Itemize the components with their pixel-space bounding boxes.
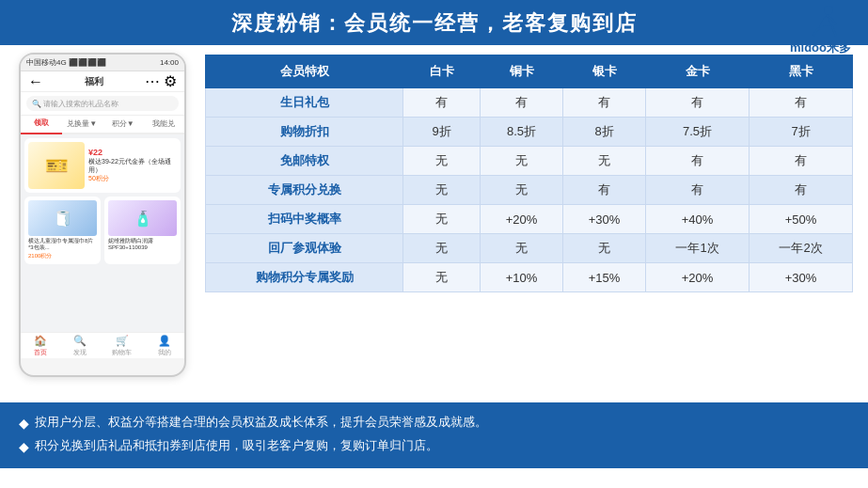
- table-row: 购物折扣9折8.5折8折7.5折7折: [206, 118, 853, 147]
- cell-value: 8折: [563, 118, 646, 147]
- footer: ◆ 按用户分层、权益分等搭建合理的会员权益及成长体系，提升会员荣誉感及成就感。 …: [0, 402, 868, 468]
- cell-value: 7.5折: [646, 118, 750, 147]
- cell-value: 有: [403, 88, 481, 118]
- cell-value: 无: [481, 234, 563, 263]
- cell-value: 8.5折: [481, 118, 563, 147]
- bullet-icon-2: ◆: [19, 436, 29, 459]
- phone-back-icon: ←: [28, 73, 43, 90]
- phone-nav-discover-label: 发现: [73, 348, 87, 357]
- phone-nav-cart[interactable]: 🛒 购物车: [112, 335, 132, 357]
- cell-value: 有: [646, 176, 750, 205]
- phone-card-title-1: 横达儿童湿巾专属湿巾8片*3包装...: [28, 238, 97, 251]
- cell-value: +20%: [481, 205, 563, 234]
- discover-icon: 🔍: [73, 335, 87, 347]
- phone-card-points-1: 2100积分: [28, 252, 97, 260]
- phone-tab-duihuan[interactable]: 兑换量▼: [62, 115, 103, 134]
- col-header-silver: 银卡: [563, 55, 646, 88]
- cell-feature: 购物折扣: [206, 118, 403, 147]
- cell-value: 无: [403, 147, 481, 176]
- cell-value: 无: [403, 263, 481, 292]
- phone-nav-profile[interactable]: 👤 我的: [158, 335, 171, 357]
- logo-text: midoo米多: [790, 39, 851, 56]
- phone-nav-cart-label: 购物车: [112, 348, 132, 357]
- cell-value: 无: [403, 176, 481, 205]
- footer-item-1: ◆ 按用户分层、权益分等搭建合理的会员权益及成长体系，提升会员荣誉感及成就感。: [19, 412, 849, 435]
- cell-value: +30%: [563, 205, 646, 234]
- table-row: 扫码中奖概率无+20%+30%+40%+50%: [206, 205, 853, 234]
- col-header-copper: 铜卡: [481, 55, 563, 88]
- cell-value: 有: [563, 88, 646, 118]
- main-content: 中国移动4G ⬛⬛⬛⬛ 14:00 ← 福利 ⋯ ⚙ 🔍 请输入搜索的礼品名称 …: [0, 45, 868, 402]
- phone-nav-profile-label: 我的: [158, 348, 171, 357]
- cell-value: +30%: [750, 263, 853, 292]
- home-icon: 🏠: [34, 335, 47, 347]
- cell-value: +15%: [563, 263, 646, 292]
- phone-area: 中国移动4G ⬛⬛⬛⬛ 14:00 ← 福利 ⋯ ⚙ 🔍 请输入搜索的礼品名称 …: [0, 45, 197, 402]
- cell-value: 一年2次: [750, 234, 853, 263]
- cell-value: 7折: [750, 118, 853, 147]
- footer-text-1: 按用户分层、权益分等搭建合理的会员权益及成长体系，提升会员荣誉感及成就感。: [35, 412, 487, 433]
- phone-featured-points: 50积分: [88, 174, 177, 183]
- phone-featured-card: 🎫 ¥22 横达39-22元代金券（全场通用） 50积分: [24, 138, 181, 193]
- phone-tabs: 领取 兑换量▼ 积分▼ 我能兑: [21, 116, 184, 134]
- phone-search-box[interactable]: 🔍 请输入搜索的礼品名称: [26, 96, 179, 111]
- cell-feature: 扫码中奖概率: [206, 205, 403, 234]
- cell-value: +10%: [481, 263, 563, 292]
- phone-bottom-nav: 🏠 首页 🔍 发现 🛒 购物车 👤 我的: [21, 332, 184, 358]
- membership-table: 会员特权 白卡 铜卡 银卡 金卡 黑卡 生日礼包有有有有有购物折扣9折8.5折8…: [205, 55, 853, 292]
- cell-value: 9折: [403, 118, 481, 147]
- cell-feature: 购物积分专属奖励: [206, 263, 403, 292]
- col-header-black: 黑卡: [750, 55, 853, 88]
- footer-text-2: 积分兑换到店礼品和抵扣券到店使用，吸引老客户复购，复购订单归门店。: [35, 435, 438, 456]
- cell-value: 无: [563, 147, 646, 176]
- midoo-logo-icon: [800, 4, 842, 38]
- cell-value: 有: [563, 176, 646, 205]
- cell-feature: 免邮特权: [206, 147, 403, 176]
- phone-body: 🎫 ¥22 横达39-22元代金券（全场通用） 50积分 🧻 横达儿童湿巾专属湿…: [21, 134, 184, 332]
- col-header-feature: 会员特权: [206, 55, 403, 88]
- phone-featured-price: ¥22: [88, 148, 177, 157]
- phone-nav-discover[interactable]: 🔍 发现: [73, 335, 87, 357]
- phone-featured-info: ¥22 横达39-22元代金券（全场通用） 50积分: [88, 148, 177, 183]
- cell-feature: 回厂参观体验: [206, 234, 403, 263]
- phone-status-bar: 中国移动4G ⬛⬛⬛⬛ 14:00: [21, 55, 184, 71]
- phone-card-1: 🧻 横达儿童湿巾专属湿巾8片*3包装... 2100积分: [24, 197, 101, 264]
- cell-value: 有: [646, 147, 750, 176]
- phone-card-2: 🧴 妮维雅防晒白润露SPF30+110039: [104, 197, 181, 264]
- phone-tab-woneng[interactable]: 我能兑: [144, 115, 185, 134]
- table-row: 生日礼包有有有有有: [206, 88, 853, 118]
- phone-time: 14:00: [160, 58, 179, 67]
- col-header-white: 白卡: [403, 55, 481, 88]
- phone-nav-home[interactable]: 🏠 首页: [34, 335, 47, 357]
- cell-value: 有: [646, 88, 750, 118]
- table-area: 会员特权 白卡 铜卡 银卡 金卡 黑卡 生日礼包有有有有有购物折扣9折8.5折8…: [197, 45, 868, 402]
- phone-more-icon: ⋯ ⚙: [145, 72, 177, 90]
- cell-value: 有: [750, 147, 853, 176]
- phone-nav-bar: ← 福利 ⋯ ⚙: [21, 71, 184, 92]
- cell-value: 有: [750, 176, 853, 205]
- phone-featured-title: 横达39-22元代金券（全场通用）: [88, 157, 177, 174]
- table-row: 回厂参观体验无无无一年1次一年2次: [206, 234, 853, 263]
- phone-product-row: 🧻 横达儿童湿巾专属湿巾8片*3包装... 2100积分 🧴 妮维雅防晒白润露S…: [24, 197, 181, 264]
- cell-value: 无: [481, 176, 563, 205]
- phone-card-img-2: 🧴: [108, 200, 177, 236]
- logo-area: midoo米多: [790, 4, 851, 56]
- phone-mockup: 中国移动4G ⬛⬛⬛⬛ 14:00 ← 福利 ⋯ ⚙ 🔍 请输入搜索的礼品名称 …: [19, 53, 186, 377]
- phone-tab-linqu[interactable]: 领取: [21, 114, 62, 134]
- col-header-gold: 金卡: [646, 55, 750, 88]
- cell-feature: 专属积分兑换: [206, 176, 403, 205]
- cell-value: +50%: [750, 205, 853, 234]
- phone-card-img-1: 🧻: [28, 200, 97, 236]
- cell-value: 有: [750, 88, 853, 118]
- bullet-icon-1: ◆: [19, 413, 29, 435]
- cell-value: 无: [563, 234, 646, 263]
- cell-value: +20%: [646, 263, 750, 292]
- cell-feature: 生日礼包: [206, 88, 403, 118]
- table-row: 购物积分专属奖励无+10%+15%+20%+30%: [206, 263, 853, 292]
- phone-nav-title: 福利: [85, 75, 103, 88]
- phone-carrier: 中国移动4G ⬛⬛⬛⬛: [26, 57, 106, 68]
- header: 深度粉销：会员统一经营，老客复购到店 midoo米多: [0, 0, 868, 45]
- phone-featured-img: 🎫: [28, 142, 85, 189]
- phone-tab-jifen[interactable]: 积分▼: [103, 115, 144, 134]
- cell-value: +40%: [646, 205, 750, 234]
